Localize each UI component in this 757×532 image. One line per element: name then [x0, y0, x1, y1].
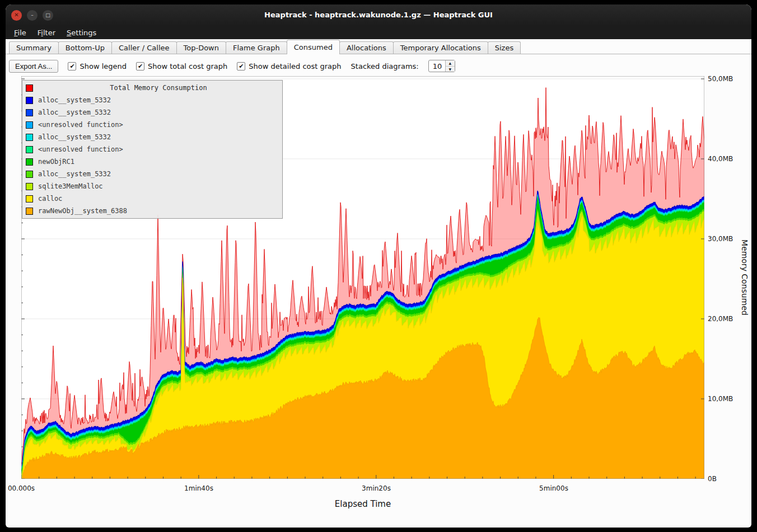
checkbox-check-icon: ✔ [237, 62, 245, 70]
window-titlebar[interactable]: ✕ – □ Heaptrack - heaptrack.wakunode.1.g… [6, 4, 751, 26]
export-as-button[interactable]: Export As... [9, 60, 58, 73]
legend-item: alloc__system_5332 [22, 94, 282, 106]
legend-label: <unresolved function> [38, 145, 123, 153]
legend-item: alloc__system_5332 [22, 131, 282, 143]
legend-swatch [26, 84, 33, 92]
x-axis-tick-label: 00.000s [8, 484, 35, 492]
legend-swatch [26, 121, 33, 129]
tab-allocations[interactable]: Allocations [339, 41, 394, 54]
checkbox-label: Show legend [80, 62, 127, 70]
spinbox-up-button[interactable]: ▲ [446, 60, 455, 67]
checkbox-label: Show detailed cost graph [249, 62, 341, 70]
legend-item: alloc__system_5332 [22, 106, 282, 119]
menu-bar: File Filter Settings [6, 26, 751, 39]
x-axis-tick-label: 3min20s [362, 484, 391, 492]
x-axis-tick-label: 5min00s [539, 484, 568, 492]
close-icon: ✕ [14, 12, 18, 18]
legend-item: calloc [22, 192, 282, 205]
legend-swatch [26, 134, 33, 141]
legend-swatch [26, 109, 33, 116]
tab-bottom-up[interactable]: Bottom-Up [58, 41, 112, 54]
legend-swatch [26, 158, 33, 166]
spinbox-value: 10 [429, 60, 445, 72]
y-axis-tick-label: 0B [708, 475, 717, 483]
show-detailed-cost-checkbox[interactable]: ✔ Show detailed cost graph [237, 62, 341, 70]
menu-item-file[interactable]: File [9, 27, 31, 38]
tab-sizes[interactable]: Sizes [488, 41, 521, 54]
y-axis-tick-label: 20,0MB [708, 315, 733, 323]
chart-legend: Total Memory Consumption alloc__system_5… [22, 80, 283, 219]
legend-label: calloc [38, 195, 62, 203]
legend-title-row: Total Memory Consumption [22, 82, 282, 94]
minimize-button[interactable]: – [27, 10, 38, 21]
legend-item: <unresolved function> [22, 143, 282, 156]
y-axis-tick-label: 50,0MB [708, 75, 733, 83]
minimize-icon: – [31, 13, 34, 18]
x-axis-title: Elapsed Time [335, 499, 391, 509]
menu-item-settings[interactable]: Settings [62, 27, 101, 38]
legend-item: sqlite3MemMalloc [22, 180, 282, 192]
legend-label: alloc__system_5332 [38, 109, 111, 116]
desktop-background: { "window": { "title": "Heaptrack - heap… [0, 0, 757, 532]
legend-label: alloc__system_5332 [38, 96, 111, 104]
toolbar: Export As... ✔ Show legend ✔ Show total … [9, 58, 748, 74]
legend-label: alloc__system_5332 [38, 133, 111, 141]
show-legend-checkbox[interactable]: ✔ Show legend [68, 62, 127, 70]
checkbox-check-icon: ✔ [136, 62, 144, 70]
window-controls: ✕ – □ [11, 4, 53, 26]
spinbox-buttons: ▲ ▼ [445, 60, 455, 72]
maximize-button[interactable]: □ [43, 10, 53, 21]
spinbox-down-button[interactable]: ▼ [446, 67, 455, 72]
tab-flame-graph[interactable]: Flame Graph [226, 41, 287, 54]
tab-caller-callee[interactable]: Caller / Callee [111, 41, 177, 54]
close-button[interactable]: ✕ [11, 10, 22, 21]
legend-item: alloc__system_5332 [22, 168, 282, 180]
checkbox-label: Show total cost graph [148, 62, 227, 70]
tab-bar: Summary Bottom-Up Caller / Callee Top-Do… [6, 39, 751, 54]
legend-item: <unresolved function> [22, 119, 282, 131]
y-axis-tick-label: 10,0MB [708, 395, 733, 403]
x-axis-tick-label: 1min40s [184, 484, 213, 492]
show-total-cost-checkbox[interactable]: ✔ Show total cost graph [136, 62, 227, 70]
y-axis-tick-label: 40,0MB [708, 155, 733, 163]
legend-label: rawNewObj__system_6388 [38, 207, 127, 215]
legend-title: Total Memory Consumption [38, 84, 279, 92]
legend-swatch [26, 97, 33, 104]
legend-label: newObjRC1 [38, 158, 74, 166]
y-axis-tick-label: 30,0MB [708, 235, 733, 243]
legend-swatch [26, 146, 33, 153]
legend-item: rawNewObj__system_6388 [22, 205, 282, 217]
tab-temporary-allocations[interactable]: Temporary Allocations [393, 41, 488, 54]
stacked-diagrams-label: Stacked diagrams: [351, 62, 419, 70]
legend-label: alloc__system_5332 [38, 170, 111, 178]
tab-consumed[interactable]: Consumed [287, 40, 340, 54]
window-title: Heaptrack - heaptrack.wakunode.1.gz — He… [6, 4, 751, 26]
tab-top-down[interactable]: Top-Down [176, 41, 226, 54]
legend-label: sqlite3MemMalloc [38, 182, 103, 190]
maximize-icon: □ [45, 13, 50, 18]
legend-swatch [26, 195, 33, 203]
stacked-diagrams-spinbox[interactable]: 10 ▲ ▼ [428, 60, 455, 72]
legend-item: newObjRC1 [22, 156, 282, 168]
legend-swatch [26, 183, 33, 190]
app-window: ✕ – □ Heaptrack - heaptrack.wakunode.1.g… [6, 4, 751, 528]
legend-label: <unresolved function> [38, 121, 123, 129]
checkbox-check-icon: ✔ [68, 62, 76, 70]
legend-swatch [26, 208, 33, 215]
y-axis-title: Memory Consumed [740, 239, 749, 316]
menu-item-filter[interactable]: Filter [32, 27, 60, 38]
tab-summary[interactable]: Summary [9, 41, 59, 54]
legend-swatch [26, 171, 33, 178]
